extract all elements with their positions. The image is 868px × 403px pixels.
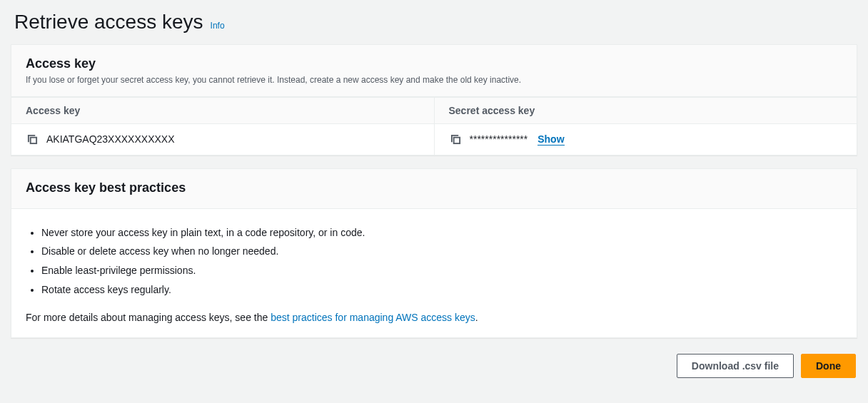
done-button[interactable]: Done xyxy=(801,354,856,378)
access-key-value: AKIATGAQ23XXXXXXXXXX xyxy=(46,133,174,145)
more-suffix: . xyxy=(475,312,478,323)
copy-icon xyxy=(450,134,461,145)
copy-access-key-button[interactable] xyxy=(26,133,39,146)
page-header: Retrieve access keys Info xyxy=(11,11,857,34)
access-key-column: Access key AKIATGAQ23XXXXXXXXXX xyxy=(11,98,434,155)
secret-key-value-row: *************** Show xyxy=(435,124,857,155)
secret-key-masked: *************** xyxy=(470,133,528,145)
download-csv-button[interactable]: Download .csv file xyxy=(677,354,794,378)
access-key-panel: Access key If you lose or forget your se… xyxy=(11,44,857,155)
best-practices-header: Access key best practices xyxy=(11,169,857,209)
list-item: Rotate access keys regularly. xyxy=(41,280,842,300)
footer-actions: Download .csv file Done xyxy=(11,351,857,381)
best-practices-title: Access key best practices xyxy=(26,180,842,195)
copy-secret-key-button[interactable] xyxy=(449,133,463,146)
show-secret-link[interactable]: Show xyxy=(538,133,564,146)
access-key-panel-header: Access key If you lose or forget your se… xyxy=(11,45,857,97)
svg-rect-1 xyxy=(453,137,459,143)
list-item: Enable least-privilege permissions. xyxy=(41,261,842,280)
access-key-title: Access key xyxy=(26,56,842,71)
best-practices-panel: Access key best practices Never store yo… xyxy=(11,168,857,338)
more-prefix: For more details about managing access k… xyxy=(26,312,271,323)
list-item: Disable or delete access key when no lon… xyxy=(41,242,842,261)
secret-key-column: Secret access key *************** Show xyxy=(434,98,857,155)
best-practices-link[interactable]: best practices for managing AWS access k… xyxy=(271,312,475,323)
copy-icon xyxy=(27,134,38,145)
info-link[interactable]: Info xyxy=(211,21,225,31)
best-practices-body: Never store your access key in plain tex… xyxy=(11,209,857,337)
page-title: Retrieve access keys xyxy=(14,11,203,34)
svg-rect-0 xyxy=(31,137,36,143)
access-key-value-row: AKIATGAQ23XXXXXXXXXX xyxy=(11,124,434,155)
practices-list: Never store your access key in plain tex… xyxy=(26,223,842,299)
list-item: Never store your access key in plain tex… xyxy=(41,223,842,243)
key-row: Access key AKIATGAQ23XXXXXXXXXX Secret a… xyxy=(11,97,857,155)
secret-key-column-header: Secret access key xyxy=(435,98,857,124)
access-key-description: If you lose or forget your secret access… xyxy=(26,74,842,86)
access-key-column-header: Access key xyxy=(11,98,434,124)
more-details-text: For more details about managing access k… xyxy=(26,312,842,323)
